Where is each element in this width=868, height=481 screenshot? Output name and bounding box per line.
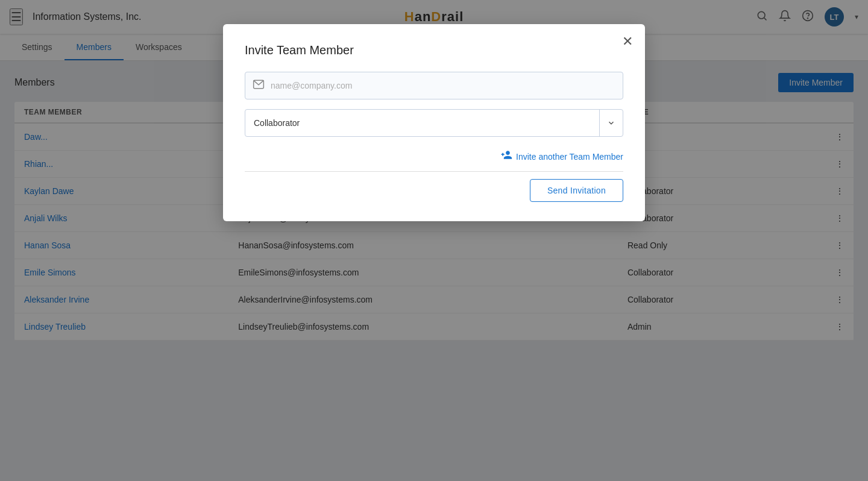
send-invitation-button[interactable]: Send Invitation: [530, 179, 623, 202]
modal-actions: Send Invitation: [245, 179, 623, 202]
modal-close-button[interactable]: ✕: [622, 35, 633, 48]
role-select[interactable]: Collaborator Admin Read Only: [245, 111, 599, 135]
invite-another-link[interactable]: Invite another Team Member: [500, 149, 623, 164]
modal-title: Invite Team Member: [245, 43, 623, 57]
role-dropdown-icon: [599, 110, 623, 136]
email-icon: [253, 78, 265, 93]
invite-another-label: Invite another Team Member: [516, 152, 623, 162]
role-select-row: Collaborator Admin Read Only: [245, 109, 623, 137]
add-person-icon: [500, 149, 512, 164]
invite-modal: Invite Team Member ✕ Collaborator Admin …: [223, 24, 645, 221]
modal-overlay: Invite Team Member ✕ Collaborator Admin …: [0, 0, 868, 474]
email-input-row: [245, 72, 623, 99]
invite-another-row: Invite another Team Member: [245, 149, 623, 172]
email-input[interactable]: [271, 72, 615, 99]
